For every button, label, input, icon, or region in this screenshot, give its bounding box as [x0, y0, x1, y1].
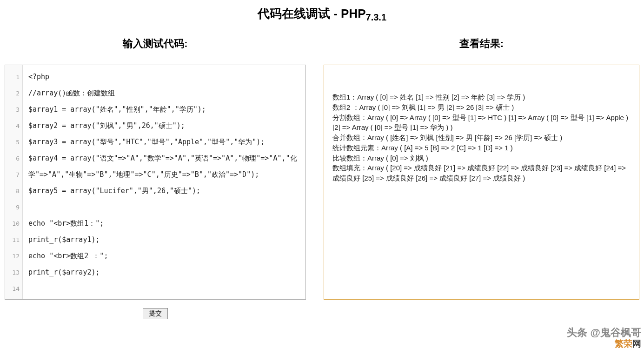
code-input-area[interactable]: <?php//array()函数：创建数组$array1 = array("姓名… [23, 65, 305, 299]
code-line[interactable] [28, 199, 300, 215]
result-output: 数组1：Array ( [0] => 姓名 [1] => 性别 [2] => 年… [324, 65, 639, 300]
code-editor: 1234567891011121314 <?php//array()函数：创建数… [5, 65, 306, 300]
line-number: 10 [5, 215, 22, 232]
page-title: 代码在线调试 - PHP7.3.1 [0, 0, 644, 37]
php-version: 7.3.1 [366, 12, 386, 22]
line-number: 1 [5, 69, 22, 85]
input-section-title: 输入测试代码: [5, 37, 306, 51]
code-line[interactable]: print_r($array1); [28, 232, 300, 248]
line-number: 9 [5, 199, 22, 215]
result-section-title: 查看结果: [324, 37, 639, 51]
line-number: 4 [5, 118, 22, 134]
code-line[interactable]: echo "<br>数组1："; [28, 215, 300, 232]
watermark-site-part2: 网 [632, 339, 641, 349]
line-number: 6 [5, 150, 22, 167]
watermark-site-part1: 繁荣 [615, 339, 632, 349]
title-main: 代码在线调试 - PHP [258, 7, 366, 20]
code-line[interactable]: $array3 = array("型号","HTC","型号","Apple",… [28, 134, 300, 150]
line-number: 8 [5, 183, 22, 199]
code-line[interactable]: <?php [28, 69, 300, 85]
line-number: 14 [5, 281, 22, 297]
line-number: 13 [5, 264, 22, 281]
main-container: 输入测试代码: 1234567891011121314 <?php//array… [0, 37, 644, 319]
left-panel: 输入测试代码: 1234567891011121314 <?php//array… [5, 37, 306, 319]
right-panel: 查看结果: 数组1：Array ( [0] => 姓名 [1] => 性别 [2… [324, 37, 639, 319]
code-line[interactable]: $array1 = array("姓名","性别","年龄","学历"); [28, 101, 300, 118]
line-number: 5 [5, 134, 22, 150]
code-line[interactable]: $array5 = array("Lucifer","男",26,"硕士"); [28, 183, 300, 199]
line-number: 2 [5, 85, 22, 101]
submit-button[interactable]: 提交 [143, 308, 168, 319]
code-line[interactable] [28, 281, 300, 297]
code-line[interactable]: print_r($array2); [28, 264, 300, 281]
line-number-gutter: 1234567891011121314 [5, 65, 23, 299]
line-number: 3 [5, 101, 22, 118]
watermark-site: 繁荣网 [615, 338, 641, 349]
code-line[interactable]: echo "<br>数组2 ："; [28, 248, 300, 264]
code-line[interactable]: $array4 = array("语文"=>"A","数学"=>"A","英语"… [28, 150, 300, 183]
submit-row: 提交 [5, 308, 306, 319]
line-number: 7 [5, 167, 22, 183]
line-number: 11 [5, 232, 22, 248]
code-line[interactable]: //array()函数：创建数组 [28, 85, 300, 101]
line-number: 12 [5, 248, 22, 264]
code-line[interactable]: $array2 = array("刘枫","男",26,"硕士"); [28, 118, 300, 134]
